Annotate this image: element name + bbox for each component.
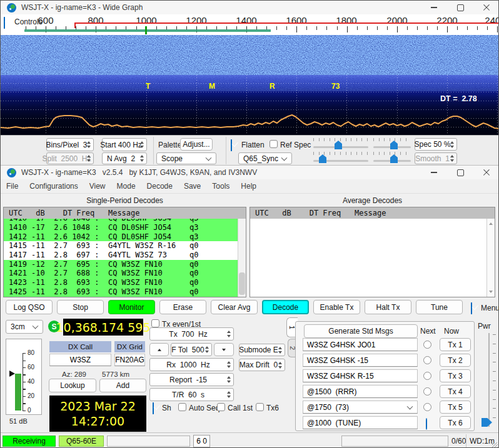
spin-down-icon[interactable]: [278, 366, 282, 369]
decode-row[interactable]: 1419 -12 2.7 695 : CQ W3SZ FN10 q0: [4, 260, 238, 269]
tx3-now-button[interactable]: Tx 3: [440, 369, 471, 382]
wide-graph-titlebar[interactable]: WSJT-X - ig-name=K3 - Wide Graph: [1, 1, 499, 15]
tx2-message-field[interactable]: W3SZ G4HSK -15: [303, 354, 418, 367]
lookup-button[interactable]: Lookup: [49, 379, 96, 392]
add-button[interactable]: Add: [99, 379, 146, 392]
spin-down-icon[interactable]: [450, 146, 454, 148]
spin-down-icon[interactable]: [227, 381, 231, 383]
menu-view[interactable]: View: [84, 182, 111, 191]
rx-to-tx-button[interactable]: [214, 343, 234, 356]
rx-freq-spinbox[interactable]: Rx 1000 Hz: [149, 358, 234, 371]
minimize-button[interactable]: [421, 166, 447, 179]
sh-checkbox[interactable]: [153, 402, 154, 414]
f-tol-spinbox[interactable]: F Tol 500: [171, 343, 212, 356]
erase-button[interactable]: Erase: [159, 300, 206, 314]
adjust-palette-button[interactable]: Adjust...: [180, 138, 213, 151]
tx4-now-button[interactable]: Tx 4: [440, 385, 471, 398]
monitor-button[interactable]: Monitor: [108, 300, 155, 314]
scrollbar-thumb[interactable]: [239, 272, 245, 295]
spin-up-icon[interactable]: [87, 141, 91, 144]
flatten-checkbox[interactable]: [231, 139, 232, 151]
decode-row[interactable]: 1410 -17 2.6 1048 : CQ DL0SHF JO54 q3: [4, 223, 238, 232]
spectrum-zero-slider[interactable]: [373, 152, 411, 164]
spin-up-icon[interactable]: [205, 346, 209, 349]
spin-up-icon[interactable]: [140, 155, 144, 157]
band-select[interactable]: 3cm: [6, 320, 43, 334]
clear-avg-button[interactable]: Clear Avg: [211, 300, 258, 314]
bins-pixel-spinbox[interactable]: Bins/Pixel 3: [46, 138, 94, 151]
enable-tx-button[interactable]: Enable Tx: [313, 300, 360, 314]
menu-mode[interactable]: Mode: [111, 182, 141, 191]
tx3-message-field[interactable]: W3SZ G4HSK R-15: [303, 369, 418, 382]
spin-down-icon[interactable]: [140, 146, 144, 148]
submode-spinbox[interactable]: Submode E: [239, 344, 285, 356]
spin-down-icon[interactable]: [87, 146, 91, 148]
decode-row[interactable]: 1417 -11 2.8 697 : G4YTL W3SZ 73 q0: [4, 251, 238, 260]
pwr-slider-handle[interactable]: [481, 418, 492, 427]
waterfall-zero-slider[interactable]: [373, 138, 411, 151]
tx5-now-button[interactable]: Tx 5: [440, 401, 471, 414]
slider-handle[interactable]: [390, 154, 398, 163]
spin-up-icon[interactable]: [278, 362, 282, 364]
tx6-checkbox[interactable]: [256, 403, 264, 411]
close-button[interactable]: [473, 1, 499, 14]
ref-spec-checkbox[interactable]: [270, 140, 278, 148]
report-spinbox[interactable]: Report -15: [149, 373, 234, 386]
spin-down-icon[interactable]: [227, 335, 231, 337]
stop-button[interactable]: Stop: [57, 300, 104, 314]
spin-down-icon[interactable]: [140, 159, 144, 162]
max-drift-spinbox[interactable]: Max Drift 0: [239, 359, 285, 371]
decode-row[interactable]: 1415 -11 2.7 693 : G4YTL W3SZ R-16 q0: [4, 241, 238, 251]
menu-decode[interactable]: Decode: [141, 182, 178, 191]
tx1-message-field[interactable]: W3SZ G4HSK JO01: [303, 338, 418, 351]
tx2-next-radio[interactable]: [423, 356, 431, 364]
spectrum-display[interactable]: T M R 73 DT = 2.78: [1, 75, 499, 135]
spin-down-icon[interactable]: [227, 366, 231, 368]
tx3-next-radio[interactable]: [423, 372, 431, 380]
average-decodes-table[interactable]: UTC dB DT Freq Message: [250, 207, 495, 297]
controls-checkbox[interactable]: [4, 17, 5, 29]
spin-up-icon[interactable]: [278, 347, 282, 349]
menu-configurations[interactable]: Configurations: [24, 182, 83, 191]
spin-down-icon[interactable]: [278, 351, 282, 354]
spectrum-gain-slider[interactable]: [313, 152, 368, 164]
tx6-now-button[interactable]: Tx 6: [440, 416, 471, 429]
scroll-up-icon[interactable]: [489, 222, 493, 225]
dx-grid-field[interactable]: FN20AG: [114, 354, 145, 366]
tx5-next-radio[interactable]: [423, 403, 431, 411]
tx-to-rx-button[interactable]: [149, 343, 169, 356]
slider-handle[interactable]: [319, 154, 326, 163]
slider-handle[interactable]: [335, 141, 342, 149]
frequency-scale[interactable]: Controls 600 800 1000 1200 1400 1600 180…: [1, 14, 499, 35]
tx5-message-combo[interactable]: @1750 (73): [303, 401, 418, 414]
decode-row[interactable]: 1412 -11 2.6 1042 : CQ DL0SHF JO54 q3: [4, 232, 238, 242]
decode-button[interactable]: Decode: [262, 300, 309, 314]
decode-row[interactable]: 1423 -11 2.8 693 : CQ W3SZ FN10 q0: [4, 278, 238, 287]
close-button[interactable]: [473, 166, 499, 179]
scroll-down-icon[interactable]: [489, 291, 493, 293]
spin-up-icon[interactable]: [140, 141, 144, 144]
waterfall-gain-slider[interactable]: [313, 138, 368, 151]
tx4-next-radio[interactable]: [423, 387, 431, 396]
menus-checkbox[interactable]: [471, 302, 472, 314]
tx-even-checkbox[interactable]: [151, 319, 159, 327]
menu-help[interactable]: Help: [235, 182, 262, 191]
tx6-message-field[interactable]: @1000 (TUNE): [303, 416, 418, 429]
dx-call-field[interactable]: W3SZ: [49, 354, 111, 366]
slider-handle[interactable]: [390, 141, 398, 149]
decode-row[interactable]: 1425 -11 2.8 693 : CQ W3SZ FN10 q0: [4, 287, 238, 297]
tune-button[interactable]: Tune: [416, 300, 463, 314]
spin-up-icon[interactable]: [450, 141, 454, 144]
generate-std-msgs-button[interactable]: Generate Std Msgs: [304, 324, 418, 338]
maximize-button[interactable]: [447, 1, 473, 14]
menu-file[interactable]: File: [1, 182, 24, 191]
call-1st-checkbox[interactable]: [217, 403, 225, 411]
spin-up-icon[interactable]: [227, 391, 231, 394]
decode-row[interactable]: 1421 -10 2.7 688 : CQ W3SZ FN10 q0: [4, 269, 238, 278]
menu-tools[interactable]: Tools: [206, 182, 235, 191]
spin-up-icon[interactable]: [227, 331, 231, 333]
auto-seq-checkbox[interactable]: [178, 403, 186, 411]
tx1-now-button[interactable]: Tx 1: [440, 338, 471, 351]
spin-down-icon[interactable]: [227, 396, 231, 398]
log-qso-button[interactable]: Log QSO: [6, 300, 53, 314]
